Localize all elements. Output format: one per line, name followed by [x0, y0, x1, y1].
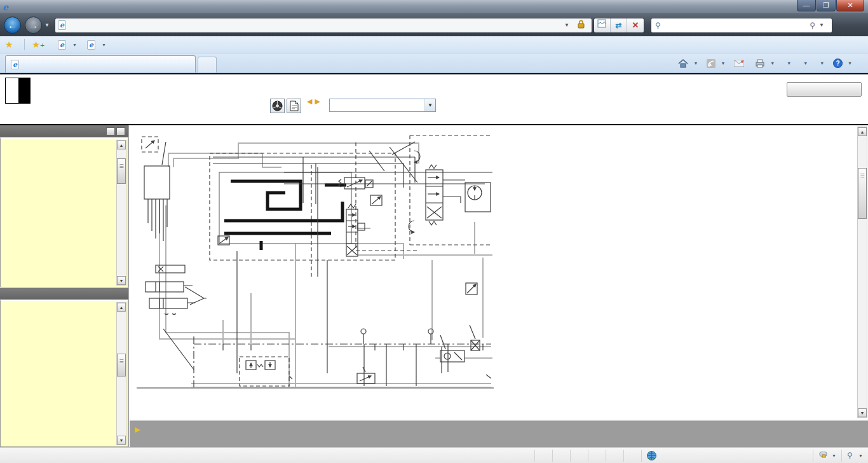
forward-button[interactable]: →	[25, 17, 42, 34]
illustration-divider	[137, 387, 494, 389]
goto-dropdown-arrow[interactable]: ▼	[424, 99, 435, 111]
chevron-down-icon[interactable]: ▼	[848, 61, 852, 66]
chevron-down-icon[interactable]: ▼	[693, 61, 698, 66]
read-mail-button[interactable]	[729, 56, 750, 71]
sections-list: ▲ ☰ ▼	[0, 300, 128, 447]
compatibility-view-button[interactable]	[594, 18, 611, 32]
suggested-sites-button[interactable]: e ▼	[53, 38, 82, 52]
zoom-control[interactable]: ⚲ ▼	[841, 450, 868, 462]
format-for-print-bar[interactable]: ▶	[130, 420, 868, 448]
scroll-down-icon[interactable]: ▼	[117, 436, 126, 445]
sections-scrollbar[interactable]: ▲ ☰ ▼	[116, 302, 126, 445]
chevron-down-icon[interactable]: ▼	[721, 61, 725, 66]
scrollbar-thumb[interactable]: ☰	[117, 354, 126, 377]
tools-menu[interactable]: ▼	[812, 56, 829, 71]
chevron-down-icon: ▼	[102, 43, 106, 47]
search-box[interactable]: ⚲ ⚲ ▼	[651, 18, 832, 33]
address-field[interactable]: e ▼	[55, 18, 592, 33]
more-commands-chevron[interactable]	[857, 56, 865, 71]
globe-icon	[647, 451, 656, 460]
print-button[interactable]: ▼	[750, 56, 779, 71]
info-panel-scrollbar[interactable]: ▲ ☰ ▼	[116, 140, 126, 286]
info-available-list: ▲ ☰ ▼	[0, 137, 128, 287]
hydraulic-schematic	[137, 127, 492, 387]
chevron-down-icon[interactable]: ▼	[770, 61, 775, 66]
scroll-up-icon[interactable]: ▲	[117, 303, 126, 312]
chevron-down-icon: ▼	[72, 43, 77, 47]
ie-logo-icon: e	[3, 2, 8, 12]
web-slice-icon: e	[87, 40, 95, 50]
favorites-star-icon: ★	[5, 39, 13, 50]
goto-dropdown[interactable]: ▼	[329, 99, 436, 112]
feeds-button[interactable]: ▼	[702, 56, 729, 71]
search-icon: ⚲	[655, 21, 661, 30]
next-button[interactable]: ▶	[315, 99, 320, 105]
stop-button[interactable]: ✕	[627, 18, 644, 32]
document-scrollbar[interactable]: ▲ ☰ ▼	[857, 127, 867, 418]
panel-minimize-button[interactable]	[106, 127, 115, 135]
finning-cat-logo	[5, 78, 31, 104]
shutdown-sis-button[interactable]	[787, 82, 862, 97]
chevron-down-icon[interactable]: ▼	[858, 453, 863, 458]
back-button[interactable]: ←	[4, 17, 21, 34]
safety-menu[interactable]: ▼	[796, 56, 812, 71]
panel-close-button[interactable]	[116, 127, 125, 135]
browser-window: e — ❐ ✕ ← → ▼ e ▼ ⇄ ✕ ⚲	[0, 0, 868, 463]
zoom-icon: ⚲	[847, 451, 853, 460]
document-button[interactable]	[287, 99, 301, 113]
address-dropdown-icon[interactable]: ▼	[560, 22, 573, 28]
search-dropdown-icon[interactable]: ▼	[815, 22, 828, 28]
chevron-down-icon[interactable]: ▼	[832, 453, 836, 458]
protected-mode-button[interactable]: ▼	[813, 450, 841, 462]
page-menu[interactable]: ▼	[779, 56, 796, 71]
add-favorite-icon: ★+	[32, 39, 44, 50]
page-icon: e	[58, 20, 66, 30]
format-print-arrow-icon: ▶	[135, 425, 140, 433]
scroll-up-icon[interactable]: ▲	[117, 141, 126, 149]
home-button[interactable]: ▼	[674, 56, 702, 71]
web-slice-gallery-button[interactable]: e ▼	[82, 38, 111, 52]
prev-button[interactable]: ◀	[307, 99, 312, 105]
prev-arrow-icon: ◀	[307, 99, 312, 105]
tab-bar: e ▼ ▼ ▼ ▼ ▼ ▼ ? ▼	[0, 53, 868, 73]
header-toolbar: ◀ ▶ ▼	[270, 99, 436, 113]
graphic-wheel-button[interactable]	[270, 99, 285, 113]
sis-page: ◀ ▶ ▼	[0, 73, 868, 447]
finning-wordmark	[6, 78, 18, 103]
restore-button[interactable]: ❐	[817, 0, 836, 11]
command-bar: ▼ ▼ ▼ ▼ ▼ ▼ ? ▼	[674, 55, 865, 71]
scroll-up-icon[interactable]: ▲	[858, 127, 867, 136]
scroll-down-icon[interactable]: ▼	[858, 408, 867, 417]
add-favorite-button[interactable]: ★+	[27, 38, 53, 52]
search-submit-icon[interactable]: ⚲	[810, 21, 815, 30]
favorites-bar: ★ ★+ e ▼ e ▼	[0, 36, 868, 53]
status-bar: ▼ ⚲ ▼	[0, 447, 868, 463]
help-menu[interactable]: ? ▼	[829, 56, 857, 71]
lock-icon	[577, 20, 585, 31]
shield-icon	[818, 452, 828, 460]
security-zone	[641, 450, 813, 462]
scroll-down-icon[interactable]: ▼	[117, 276, 126, 285]
scrollbar-thumb[interactable]: ☰	[858, 168, 867, 219]
new-tab-stub[interactable]	[198, 57, 217, 73]
scrollbar-thumb[interactable]: ☰	[117, 158, 126, 184]
refresh-button[interactable]: ⇄	[611, 18, 627, 32]
sections-panel-header	[0, 287, 128, 300]
address-bar: ← → ▼ e ▼ ⇄ ✕ ⚲ ⚲ ▼	[0, 14, 868, 36]
nav-dropdown-icon[interactable]: ▼	[44, 22, 50, 28]
document-pane: ▲ ☰ ▼ ▶	[130, 125, 868, 448]
suggested-sites-icon: e	[58, 40, 66, 50]
tab-active[interactable]: e	[5, 55, 196, 73]
next-arrow-icon: ▶	[315, 99, 320, 105]
model-row	[5, 114, 10, 123]
close-button[interactable]: ✕	[836, 0, 864, 11]
info-panel-header	[0, 125, 128, 137]
minimize-button[interactable]: —	[797, 0, 816, 11]
cat-wordmark	[18, 78, 30, 103]
sidebar: ▲ ☰ ▼ ▲ ☰ ▼	[0, 125, 129, 448]
svg-text:?: ?	[836, 60, 840, 67]
tab-favicon: e	[11, 60, 19, 69]
title-bar: e — ❐ ✕	[0, 0, 868, 14]
favorites-button[interactable]: ★	[0, 38, 22, 52]
